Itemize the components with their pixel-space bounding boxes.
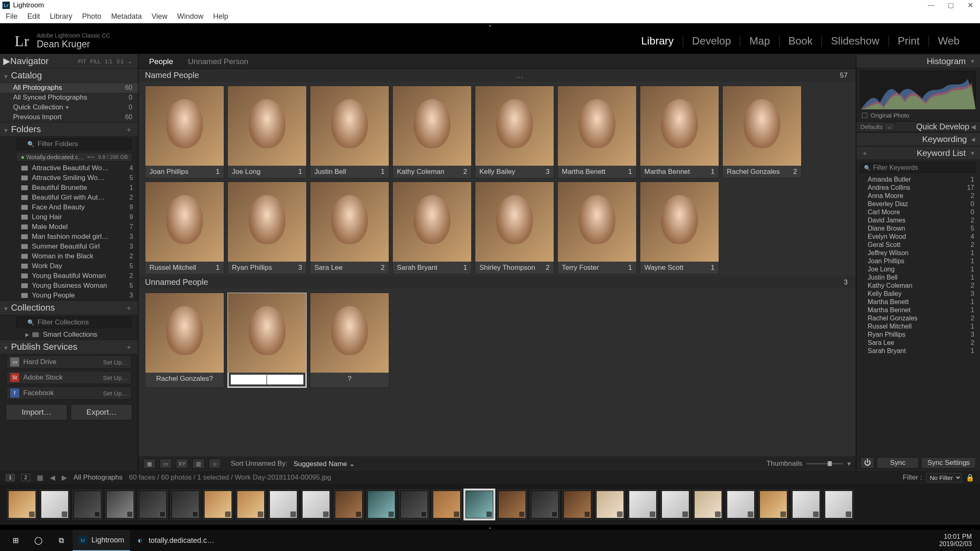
add-folder-icon[interactable]: ＋ <box>125 125 132 134</box>
menu-help[interactable]: Help <box>213 12 228 21</box>
keyword-row[interactable]: Evelyn Wood4 <box>856 233 980 241</box>
view-compare-button[interactable]: XY <box>176 459 188 469</box>
filmstrip-thumbnail[interactable] <box>727 491 755 518</box>
folder-row[interactable]: Young People3 <box>0 291 138 300</box>
keyword-row[interactable]: Jeffrey Wilson1 <box>856 249 980 257</box>
filmstrip-thumbnail[interactable] <box>204 491 232 518</box>
folder-row[interactable]: Summer Beautiful Girl3 <box>0 242 138 251</box>
collections-header[interactable]: ▼Collections ＋ <box>0 300 138 315</box>
view-people-button[interactable]: ☺ <box>209 459 221 469</box>
catalog-item-synced[interactable]: All Synced Photographs0 <box>0 93 138 102</box>
menu-photo[interactable]: Photo <box>82 12 101 21</box>
filmstrip-thumbnail[interactable] <box>694 491 722 518</box>
keyword-row[interactable]: Joe Long1 <box>856 265 980 273</box>
keyword-row[interactable]: Ryan Phillips3 <box>856 331 980 339</box>
publish-header[interactable]: ▼Publish Services ＋ <box>0 340 138 354</box>
keyword-row[interactable]: Joan Phillips1 <box>856 257 980 265</box>
main-screen-button[interactable]: 1 <box>6 474 15 481</box>
unnamed-person-cell[interactable]: Rachel Gonzales? <box>145 293 224 388</box>
name-suggestion[interactable]: Rachel Gonzales? <box>145 373 224 385</box>
sync-button[interactable]: Sync <box>877 457 919 469</box>
taskview-button[interactable]: ⧉ <box>50 530 73 551</box>
filmstrip-thumbnail[interactable] <box>400 491 428 518</box>
publish-harddrive[interactable]: ▭Hard DriveSet Up… <box>7 355 131 369</box>
folder-row[interactable]: Male Model7 <box>0 222 138 232</box>
person-cell[interactable]: Justin Bell1 <box>310 86 389 178</box>
person-cell[interactable]: Russel Mitchell1 <box>145 182 224 274</box>
filmstrip-thumbnail[interactable] <box>531 491 559 518</box>
filter-folders-input[interactable]: 🔍Filter Folders <box>16 138 131 150</box>
keyword-row[interactable]: Amanda Butler1 <box>856 176 980 184</box>
grid-icon[interactable]: ▦ <box>37 473 43 482</box>
filmstrip-thumbnail[interactable] <box>629 491 657 518</box>
filmstrip-thumbnail[interactable] <box>302 491 330 518</box>
sync-settings-button[interactable]: Sync Settings <box>921 457 976 469</box>
filmstrip-thumbnail[interactable] <box>498 491 526 518</box>
drive-row[interactable]: ● \\totally.dedicated.c…9.8 / 200 GB <box>16 152 132 162</box>
filmstrip-thumbnail[interactable] <box>106 491 134 518</box>
maximize-button[interactable]: ▢ <box>941 0 960 10</box>
person-cell[interactable]: Shirley Thompson2 <box>475 182 554 274</box>
keywordlist-header[interactable]: ＋Keyword List▼ <box>856 146 980 160</box>
catalog-item-quick[interactable]: Quick Collection +0 <box>0 102 138 112</box>
tab-unnamed[interactable]: Unnamed Person <box>188 57 248 66</box>
filmstrip-thumbnail[interactable] <box>74 491 101 518</box>
unnamed-person-cell[interactable]: │ <box>227 293 307 388</box>
taskbar-app-lightroom[interactable]: LrLightroom <box>73 530 130 551</box>
menu-view[interactable]: View <box>151 12 167 21</box>
chevron-down-icon[interactable]: ▾ <box>847 460 851 468</box>
module-web[interactable]: Web <box>929 35 969 47</box>
tab-people[interactable]: People <box>149 57 173 66</box>
add-collection-icon[interactable]: ＋ <box>125 303 132 313</box>
navigator-zoom[interactable]: FITFILL1:13:1⌄ <box>78 58 132 64</box>
keyword-row[interactable]: Geral Scott2 <box>856 241 980 249</box>
smart-collections[interactable]: ▶Smart Collections <box>0 330 138 340</box>
folder-row[interactable]: Beautiful Girl with Aut…2 <box>0 193 138 202</box>
filmstrip-thumbnail[interactable] <box>433 491 461 518</box>
keyword-row[interactable]: Beverley Diaz0 <box>856 200 980 208</box>
filmstrip-thumbnail[interactable] <box>596 491 624 518</box>
keyword-row[interactable]: Martha Benett1 <box>856 298 980 306</box>
minimize-button[interactable]: — <box>921 0 941 10</box>
filmstrip-thumbnail[interactable] <box>270 491 297 518</box>
export-button[interactable]: Export… <box>71 404 132 420</box>
system-clock[interactable]: 10:01 PM2019/02/03 <box>939 533 976 548</box>
filmstrip-thumbnail[interactable] <box>41 491 69 518</box>
nav-fwd-icon[interactable]: ▶ <box>62 473 67 482</box>
module-slideshow[interactable]: Slideshow <box>822 35 889 47</box>
unnamed-people-header[interactable]: Unnamed People3 <box>138 276 856 289</box>
thumbnail-size-slider[interactable] <box>806 463 843 464</box>
folder-row[interactable]: Young Beautiful Woman2 <box>0 271 138 281</box>
keyword-row[interactable]: David James2 <box>856 216 980 224</box>
histogram-header[interactable]: Histogram▼ <box>856 54 980 68</box>
navigator-header[interactable]: ▶ Navigator FITFILL1:13:1⌄ <box>0 54 138 68</box>
close-button[interactable]: ✕ <box>960 0 980 10</box>
menu-edit[interactable]: Edit <box>27 12 40 21</box>
filmstrip-thumbnail[interactable] <box>172 491 199 518</box>
catalog-item-prev[interactable]: Previous Import60 <box>0 112 138 122</box>
filmstrip-thumbnail[interactable] <box>825 491 853 518</box>
person-cell[interactable]: Sarah Bryant1 <box>392 182 472 274</box>
taskbar-app-explorer[interactable]: ◐totally.dedicated.c… <box>130 530 220 551</box>
folder-row[interactable]: Attractive Smiling Wo…5 <box>0 173 138 183</box>
filmstrip-thumbnail[interactable] <box>237 491 265 518</box>
catalog-header[interactable]: ▼Catalog <box>0 68 138 83</box>
filmstrip-thumbnail[interactable] <box>792 491 820 518</box>
menu-file[interactable]: File <box>6 12 18 21</box>
top-panel-toggle-icon[interactable]: ▾ <box>0 23 980 28</box>
defaults-row[interactable]: Defaults⌄ Quick Develop ◀ <box>856 121 980 132</box>
filmstrip-source[interactable]: All Photographs <box>74 473 122 482</box>
person-cell[interactable]: Kathy Coleman2 <box>392 86 472 178</box>
original-photo-toggle[interactable]: Original Photo <box>856 111 980 121</box>
keyword-row[interactable]: Carl Moore0 <box>856 208 980 216</box>
view-survey-button[interactable]: ▥ <box>192 459 205 469</box>
keyword-row[interactable]: Rachel Gonzales2 <box>856 314 980 322</box>
person-cell[interactable]: Sara Lee2 <box>310 182 389 274</box>
name-suggestion[interactable]: ? <box>310 373 389 385</box>
person-cell[interactable]: Martha Benett1 <box>557 86 637 178</box>
filmstrip-thumbnail[interactable] <box>8 491 36 518</box>
publish-stock[interactable]: StAdobe StockSet Up… <box>7 371 131 384</box>
person-cell[interactable]: Ryan Phillips3 <box>227 182 307 274</box>
nav-back-icon[interactable]: ◀ <box>50 473 55 482</box>
cortana-button[interactable]: ◯ <box>27 530 50 551</box>
